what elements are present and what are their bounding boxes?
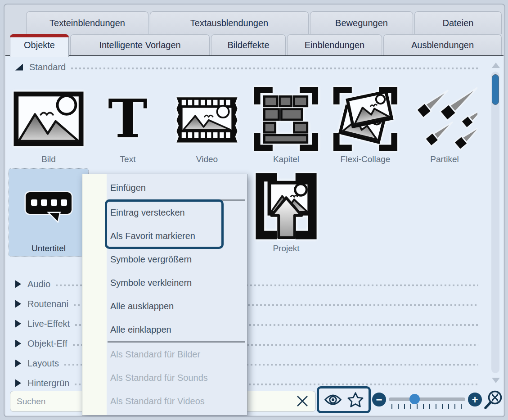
tab-label: Bildeffekte (227, 40, 269, 50)
palette-item-partikel[interactable]: Partikel (405, 83, 484, 167)
palette-row1: Bild T Text (9, 83, 484, 167)
menu-item-als-favorit-markieren[interactable]: Als Favorit markieren (82, 224, 247, 248)
palette-item-label: Video (196, 154, 218, 164)
section-standard[interactable]: Standard (15, 60, 483, 74)
expand-triangle-icon[interactable] (15, 280, 21, 288)
tab-dateien[interactable]: Dateien (414, 11, 502, 34)
tab-intelligente-vorlagen[interactable]: Intelligente Vorlagen (70, 34, 210, 55)
collage-icon (326, 83, 405, 154)
context-menu: Einfügen Eintrag verstecken Als Favorit … (82, 174, 247, 415)
palette-item-untertitel[interactable]: Untertitel (9, 169, 88, 256)
collapse-triangle-icon[interactable] (15, 64, 23, 71)
menu-item-als-standard-fuer-videos: Als Standard für Videos (82, 389, 247, 413)
palette-item-label: Flexi-Collage (341, 154, 391, 164)
star-icon[interactable] (347, 392, 364, 407)
menu-item-als-standard-fuer-sounds: Als Standard für Sounds (82, 366, 247, 389)
visibility-favorite-group (317, 386, 371, 413)
expand-triangle-icon[interactable] (15, 300, 21, 308)
palette-item-label: Projekt (273, 244, 299, 253)
palette-item-label: Partikel (430, 154, 459, 164)
menu-item-alle-einklappen[interactable]: Alle einklappen (82, 318, 247, 341)
palette-item-label: Bild (41, 154, 56, 164)
palette-item-label: Text (120, 154, 136, 164)
tab-objekte[interactable]: Objekte (10, 34, 69, 57)
expand-triangle-icon[interactable] (15, 320, 21, 328)
tab-texteinblendungen[interactable]: Texteinblendungen (26, 11, 148, 34)
menu-item-als-standard-fuer-bilder: Als Standard für Bilder (82, 343, 247, 366)
scrollbar-down-arrow-icon[interactable] (492, 378, 500, 383)
palette-item-flexi-collage[interactable]: Flexi-Collage (326, 83, 405, 167)
image-icon (9, 83, 88, 154)
tab-label: Einblendungen (305, 40, 364, 50)
eye-icon[interactable] (324, 393, 342, 406)
bottom-toolbar: − + (5, 386, 504, 415)
menu-item-eintrag-verstecken[interactable]: Eintrag verstecken (82, 201, 247, 224)
project-icon (247, 169, 326, 244)
tab-strip-row2: Objekte Intelligente Vorlagen Bildeffekt… (10, 34, 502, 55)
expand-triangle-icon[interactable] (15, 360, 21, 367)
subtitle-icon (9, 169, 88, 244)
zoom-slider-ticks (391, 404, 463, 409)
scrollbar-up-arrow-icon[interactable] (492, 63, 500, 68)
palette-item-label: Kapitel (273, 154, 299, 164)
palette-item-bild[interactable]: Bild (9, 83, 88, 167)
tab-bildeffekte[interactable]: Bildeffekte (211, 34, 286, 55)
scrollbar-thumb[interactable] (492, 74, 499, 105)
zoom-fit-icon[interactable] (483, 389, 504, 410)
tab-label: Texteinblendungen (49, 18, 125, 28)
zoom-slider-thumb[interactable] (409, 394, 420, 404)
menu-item-einfuegen[interactable]: Einfügen (82, 176, 247, 199)
tab-strip-row1: Texteinblendungen Textausblendungen Bewe… (26, 11, 502, 34)
zoom-slider-track[interactable] (389, 397, 465, 401)
tab-label: Textausblendungen (190, 18, 268, 28)
palette-item-projekt[interactable]: Projekt (247, 169, 326, 256)
zoom-out-button[interactable]: − (372, 393, 386, 406)
toolbox-window: Texteinblendungen Textausblendungen Bewe… (4, 4, 505, 417)
particle-icon (405, 83, 484, 154)
text-icon: T (88, 83, 167, 154)
tab-bewegungen[interactable]: Bewegungen (310, 11, 413, 34)
video-icon (167, 83, 247, 154)
tab-label: Dateien (443, 18, 474, 28)
tab-textausblendungen[interactable]: Textausblendungen (150, 11, 309, 34)
zoom-in-button[interactable]: + (468, 393, 482, 406)
section-dotted-line (71, 68, 478, 69)
clear-search-icon[interactable] (295, 394, 310, 408)
scrollbar-track[interactable] (491, 72, 499, 373)
chapter-icon (247, 83, 326, 154)
vertical-scrollbar (491, 61, 500, 383)
tab-label: Objekte (24, 40, 55, 50)
palette-item-label: Untertitel (31, 244, 66, 253)
tab-label: Ausblendungen (411, 40, 474, 50)
expand-triangle-icon[interactable] (15, 340, 21, 348)
tab-einblendungen[interactable]: Einblendungen (287, 34, 382, 55)
menu-item-symbole-vergroessern[interactable]: Symbole vergrößern (82, 248, 247, 271)
menu-item-alle-ausklappen[interactable]: Alle ausklappen (82, 294, 247, 318)
menu-item-symbole-verkleinern[interactable]: Symbole verkleinern (82, 271, 247, 294)
section-label: Standard (29, 62, 66, 72)
tab-ausblendungen[interactable]: Ausblendungen (383, 34, 502, 55)
palette-item-text[interactable]: T Text (88, 83, 167, 167)
objects-panel: Standard Bild T Te (5, 55, 504, 415)
palette-item-kapitel[interactable]: Kapitel (247, 83, 326, 167)
palette-item-video[interactable]: Video (167, 83, 247, 167)
tab-label: Intelligente Vorlagen (99, 40, 180, 50)
tab-label: Bewegungen (335, 18, 388, 28)
